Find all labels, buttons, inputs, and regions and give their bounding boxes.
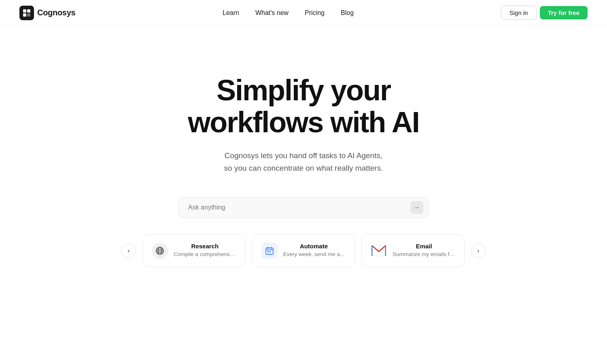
card-research[interactable]: Research Compile a comprehensive... bbox=[142, 234, 246, 267]
search-submit-button[interactable]: → bbox=[410, 201, 423, 214]
logo-link[interactable]: Cognosys bbox=[19, 6, 75, 20]
calendar-icon bbox=[261, 243, 278, 259]
svg-rect-14 bbox=[267, 251, 269, 252]
try-free-button[interactable]: Try for free bbox=[540, 6, 588, 19]
search-wrapper: → bbox=[178, 197, 429, 218]
chevron-left-icon: ‹ bbox=[127, 247, 129, 254]
carousel-wrapper: ‹ Research Compile a comprehensive... bbox=[121, 234, 486, 267]
card-email-content: Email Summarize my emails from... bbox=[393, 243, 455, 257]
svg-rect-15 bbox=[270, 251, 271, 252]
card-email[interactable]: Email Summarize my emails from... bbox=[361, 234, 465, 267]
card-automate[interactable]: Automate Every week, send me a... bbox=[252, 234, 355, 267]
nav-whats-new[interactable]: What's new bbox=[249, 6, 295, 20]
hero-title: Simplify your workflows with AI bbox=[188, 74, 419, 138]
carousel-next-button[interactable]: › bbox=[471, 243, 486, 258]
hero-subtitle-line1: Cognosys lets you hand off tasks to AI A… bbox=[225, 151, 382, 160]
card-email-desc: Summarize my emails from... bbox=[393, 251, 455, 257]
carousel-prev-button[interactable]: ‹ bbox=[121, 243, 136, 258]
card-email-title: Email bbox=[393, 243, 455, 250]
signin-button[interactable]: Sign in bbox=[501, 6, 537, 20]
card-research-desc: Compile a comprehensive... bbox=[174, 251, 236, 257]
card-research-content: Research Compile a comprehensive... bbox=[174, 243, 236, 257]
card-automate-desc: Every week, send me a... bbox=[283, 251, 345, 257]
svg-rect-4 bbox=[27, 13, 30, 17]
nav-actions: Sign in Try for free bbox=[501, 6, 588, 20]
gmail-icon bbox=[371, 243, 387, 259]
svg-rect-10 bbox=[266, 248, 273, 254]
svg-rect-0 bbox=[19, 6, 34, 20]
nav-links: Learn What's new Pricing Blog bbox=[216, 6, 360, 20]
chevron-right-icon: › bbox=[477, 247, 479, 254]
logo-text: Cognosys bbox=[37, 8, 75, 17]
nav-blog[interactable]: Blog bbox=[334, 6, 360, 20]
card-research-title: Research bbox=[174, 243, 236, 250]
logo-icon bbox=[19, 6, 34, 20]
svg-rect-2 bbox=[27, 9, 30, 13]
card-automate-content: Automate Every week, send me a... bbox=[283, 243, 345, 257]
svg-rect-1 bbox=[23, 9, 26, 13]
search-arrow-icon: → bbox=[414, 204, 420, 211]
svg-rect-3 bbox=[23, 13, 26, 17]
search-input[interactable] bbox=[178, 197, 429, 218]
hero-title-line2: workflows with AI bbox=[188, 106, 419, 138]
navbar: Cognosys Learn What's new Pricing Blog S… bbox=[0, 0, 607, 26]
globe-icon bbox=[152, 243, 168, 259]
hero-subtitle: Cognosys lets you hand off tasks to AI A… bbox=[224, 150, 383, 174]
card-automate-title: Automate bbox=[283, 243, 345, 250]
hero-title-line1: Simplify your bbox=[216, 74, 391, 106]
hero-subtitle-line2: so you can concentrate on what really ma… bbox=[224, 164, 383, 172]
cards-row: Research Compile a comprehensive... bbox=[142, 234, 465, 267]
hero-section: Simplify your workflows with AI Cognosys… bbox=[0, 26, 607, 300]
nav-learn[interactable]: Learn bbox=[216, 6, 246, 20]
nav-pricing[interactable]: Pricing bbox=[298, 6, 331, 20]
